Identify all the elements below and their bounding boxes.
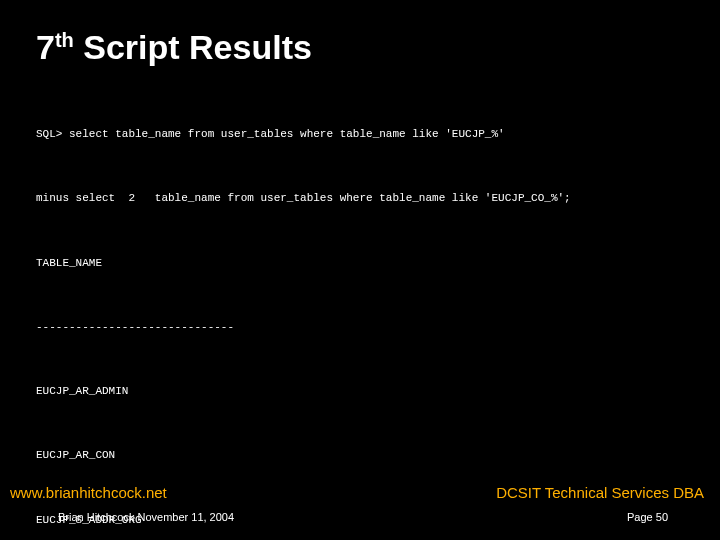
footer-url: www.brianhitchcock.net xyxy=(10,484,167,501)
footer-page: Page 50 xyxy=(627,511,668,523)
footer: www.brianhitchcock.net DCSIT Technical S… xyxy=(0,484,720,540)
code-line: ------------------------------ xyxy=(36,317,720,338)
code-line: SQL> select table_name from user_tables … xyxy=(36,124,720,145)
code-line: minus select 2 table_name from user_tabl… xyxy=(36,188,720,209)
code-block: SQL> select table_name from user_tables … xyxy=(0,77,720,540)
title-rest: Script Results xyxy=(74,28,312,66)
slide: 7th Script Results SQL> select table_nam… xyxy=(0,0,720,540)
title-ordinal: 7 xyxy=(36,28,55,66)
footer-org: DCSIT Technical Services DBA xyxy=(496,484,704,501)
code-line: EUCJP_AR_ADMIN xyxy=(36,381,720,402)
footer-top: www.brianhitchcock.net DCSIT Technical S… xyxy=(0,484,720,501)
footer-author-date: Brian Hitchcock November 11, 2004 xyxy=(58,511,234,523)
code-line: TABLE_NAME xyxy=(36,253,720,274)
title-suffix: th xyxy=(55,29,74,51)
code-line: EUCJP_AR_CON xyxy=(36,445,720,466)
footer-bottom: Brian Hitchcock November 11, 2004 Page 5… xyxy=(0,501,720,523)
slide-title: 7th Script Results xyxy=(0,0,720,77)
